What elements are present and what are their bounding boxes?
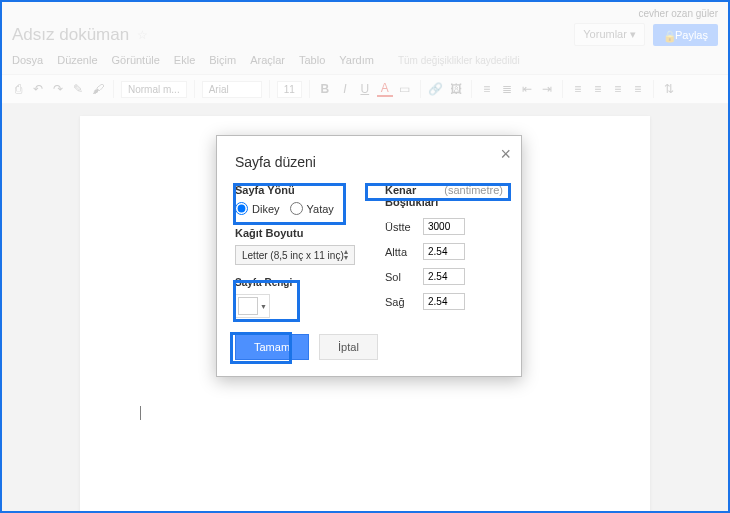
page-color-label: Sayfa Rengi (235, 277, 365, 288)
paper-size-select[interactable]: Letter (8,5 inç x 11 inç) ▴▾ (235, 245, 355, 265)
margins-label: Kenar Boşlukları (385, 184, 440, 208)
paper-size-label: Kağıt Boyutu (235, 227, 365, 239)
orientation-landscape-radio[interactable]: Yatay (290, 202, 334, 215)
margin-top-label: Üstte (385, 221, 415, 233)
margins-unit: (santimetre) (444, 184, 503, 208)
stepper-icon: ▴▾ (344, 249, 348, 261)
orientation-label: Sayfa Yönü (235, 184, 365, 196)
margin-right-label: Sağ (385, 296, 415, 308)
modal-overlay: × Sayfa düzeni Sayfa Yönü Dikey Yatay Ka… (2, 2, 728, 511)
margin-bottom-input[interactable] (423, 243, 465, 260)
margin-right-input[interactable] (423, 293, 465, 310)
orientation-portrait-radio[interactable]: Dikey (235, 202, 280, 215)
page-setup-dialog: × Sayfa düzeni Sayfa Yönü Dikey Yatay Ka… (216, 135, 522, 377)
portrait-radio-input[interactable] (235, 202, 248, 215)
margin-top-input[interactable] (423, 218, 465, 235)
page-color-picker[interactable]: ▼ (235, 294, 270, 318)
color-swatch (238, 297, 258, 315)
landscape-radio-input[interactable] (290, 202, 303, 215)
dialog-title: Sayfa düzeni (235, 154, 503, 170)
ok-button[interactable]: Tamam (235, 334, 309, 360)
chevron-down-icon: ▼ (260, 303, 267, 310)
cancel-button[interactable]: İptal (319, 334, 378, 360)
margin-bottom-label: Altta (385, 246, 415, 258)
close-icon[interactable]: × (500, 144, 511, 165)
margin-left-input[interactable] (423, 268, 465, 285)
margin-left-label: Sol (385, 271, 415, 283)
